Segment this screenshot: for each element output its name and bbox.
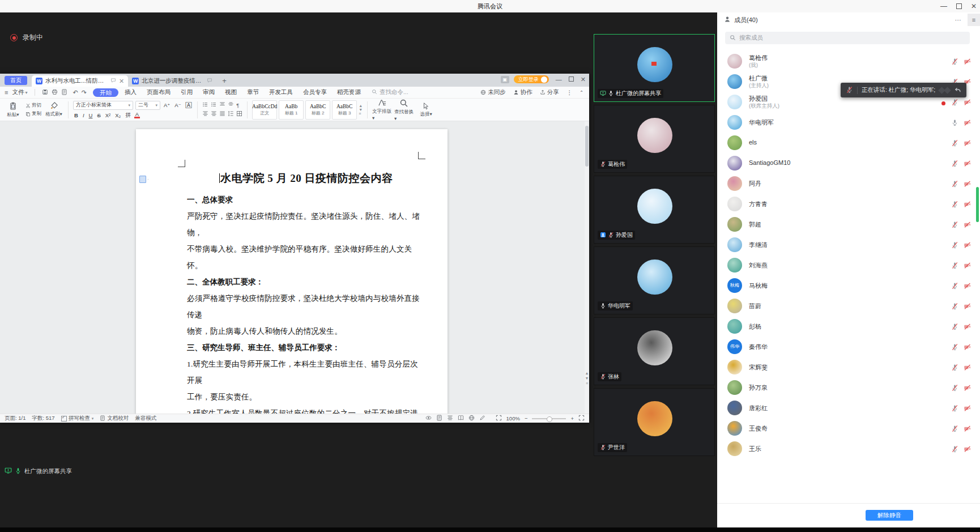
member-row[interactable]: 孙万泉 (717, 377, 980, 398)
indent-icon[interactable] (228, 101, 234, 109)
superscript-button[interactable]: X² (104, 112, 112, 118)
format-painter-button[interactable]: 格式刷▾ (44, 101, 63, 118)
video-tile[interactable]: 杜广微的屏幕共享 (594, 34, 715, 102)
italic-button[interactable]: I (82, 112, 86, 118)
menubar-action-0[interactable]: 未同步 (480, 88, 506, 96)
zoom-slider[interactable] (532, 418, 566, 419)
zoom-out-icon[interactable]: − (525, 415, 528, 422)
web-view-icon[interactable] (468, 415, 475, 422)
mic-muted-icon[interactable] (951, 384, 958, 394)
menubar-action-2[interactable]: 分享 (540, 88, 559, 96)
unmute-button[interactable]: 解除静音 (866, 510, 913, 521)
pinyin-button[interactable]: 拼 (124, 112, 132, 119)
mic-muted-icon[interactable] (951, 261, 958, 271)
wps-app-icon[interactable]: ▣ (501, 76, 509, 83)
member-search-input[interactable]: 搜索成员 (725, 32, 970, 44)
camera-off-icon[interactable] (964, 261, 971, 271)
mic-muted-icon[interactable] (951, 200, 958, 210)
align-center-icon[interactable] (211, 110, 217, 118)
close-tab-icon[interactable]: ✕ (119, 78, 124, 85)
scrollbar-thumb[interactable] (585, 126, 589, 167)
mic-muted-icon[interactable] (951, 445, 958, 455)
style-box[interactable]: AaBbC标题 3 (332, 100, 357, 120)
minimize-icon[interactable]: — (940, 3, 947, 9)
preview-icon[interactable] (61, 89, 67, 96)
wps-menu-tab[interactable]: 开发工具 (264, 88, 298, 96)
mic-muted-icon[interactable] (951, 159, 958, 169)
member-row[interactable]: SantiagoGM10 (717, 153, 980, 173)
text-effects-button[interactable]: 🄰 (185, 102, 193, 109)
page-view-icon[interactable] (436, 415, 442, 422)
zoom-slider-knob[interactable] (547, 416, 552, 422)
member-row[interactable]: 郭超 (717, 214, 980, 235)
numbering-icon[interactable] (211, 101, 217, 109)
member-row[interactable]: 伟华秦伟华 (717, 337, 980, 357)
mic-muted-icon[interactable] (951, 220, 958, 231)
mic-on-icon[interactable] (951, 118, 958, 129)
mic-muted-icon[interactable] (951, 98, 958, 108)
collapse-ribbon-icon[interactable]: ⌃ (580, 90, 583, 95)
mic-muted-icon[interactable] (951, 363, 958, 373)
reply-arrow-icon[interactable] (954, 86, 961, 95)
cut-button[interactable]: 剪切 (25, 102, 41, 109)
command-search[interactable]: 查找命令... (372, 88, 408, 96)
mic-muted-icon[interactable] (951, 180, 958, 190)
select-button[interactable]: 选择▾ (416, 102, 436, 118)
paste-button[interactable]: 粘贴▾ (3, 101, 23, 118)
hamburger-icon[interactable]: ≡ (5, 89, 8, 96)
camera-off-icon[interactable] (964, 220, 971, 231)
text-layout-button[interactable]: 文字排版▾ (372, 99, 391, 121)
wps-menu-tab[interactable]: 章节 (242, 88, 264, 96)
shrink-font-button[interactable]: A⁻ (173, 102, 182, 108)
panel-menu-icon[interactable]: ≡ (968, 14, 980, 26)
find-replace-button[interactable]: 查找替换▾ (394, 99, 414, 121)
style-box[interactable]: AaBb标题 1 (279, 100, 304, 120)
chevron-down-icon[interactable]: ▾ (25, 90, 27, 95)
new-tab-icon[interactable]: + (222, 76, 227, 85)
camera-off-icon[interactable] (964, 343, 971, 353)
member-row[interactable]: 葛枪伟(我) (717, 51, 980, 71)
member-row[interactable]: 王乐 (717, 439, 980, 459)
wps-minimize-icon[interactable]: — (556, 76, 562, 83)
camera-off-icon[interactable] (964, 139, 971, 149)
document-page[interactable]: · 水电学院 5 月 20 日疫情防控会内容一、总体要求严防死守，坚决扛起疫情防… (136, 129, 448, 414)
member-row[interactable]: 宋辉斐 (717, 357, 980, 377)
member-row[interactable]: 彭杨 (717, 316, 980, 337)
mic-muted-icon[interactable] (951, 343, 958, 353)
wps-menu-tab[interactable]: 页面布局 (142, 88, 176, 96)
camera-off-icon[interactable] (964, 363, 971, 373)
member-row[interactable]: 刘海燕 (717, 255, 980, 275)
camera-off-icon[interactable] (964, 302, 971, 312)
video-tile[interactable]: 华电明军 (594, 246, 715, 314)
member-row[interactable]: 秋梅马秋梅 (717, 275, 980, 296)
mic-muted-icon[interactable] (951, 282, 958, 292)
video-tile[interactable]: 孙爱国 (594, 176, 715, 244)
video-tile[interactable]: 尹世洋 (594, 388, 715, 456)
camera-off-icon[interactable] (964, 200, 971, 210)
members-scrollbar-thumb[interactable] (976, 187, 979, 222)
bullets-icon[interactable] (202, 101, 208, 109)
bold-button[interactable]: B (73, 112, 79, 118)
outdent-icon[interactable] (219, 101, 225, 109)
menubar-action-1[interactable]: 协作 (513, 88, 532, 96)
member-row[interactable]: 李继清 (717, 235, 980, 255)
member-row[interactable]: els (717, 133, 980, 153)
member-row[interactable]: 华电明军 (717, 112, 980, 133)
camera-off-icon[interactable] (964, 180, 971, 190)
member-row[interactable]: 方青青 (717, 194, 980, 214)
zoom-in-icon[interactable]: + (570, 415, 574, 422)
video-tile[interactable]: 张林 (594, 317, 715, 385)
print-icon[interactable] (52, 89, 58, 96)
mic-muted-icon[interactable] (951, 302, 958, 312)
wps-close-icon[interactable]: ✕ (581, 76, 586, 83)
align-right-icon[interactable] (219, 110, 225, 118)
page-nav-icons[interactable]: ▲▼≡ (585, 371, 589, 386)
camera-off-icon[interactable] (964, 159, 971, 169)
grow-font-button[interactable]: A⁺ (163, 102, 171, 108)
video-tile[interactable]: 葛枪伟 (594, 105, 715, 173)
close-icon[interactable]: ✕ (971, 3, 977, 9)
wps-menu-tab[interactable]: 会员专享 (298, 88, 332, 96)
wps-menu-tab[interactable]: 稻壳资源 (332, 88, 366, 96)
mic-muted-icon[interactable] (951, 139, 958, 149)
subscript-button[interactable]: X₂ (114, 112, 122, 118)
